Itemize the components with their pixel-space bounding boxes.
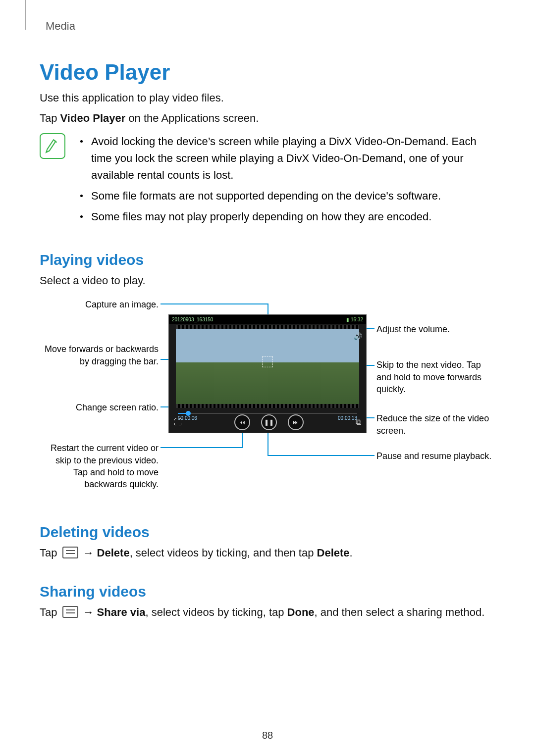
share-mid: , select videos by ticking, tap bbox=[145, 606, 287, 618]
document-page: Media Video Player Use this application … bbox=[0, 0, 535, 756]
del-pre: Tap bbox=[40, 547, 60, 559]
share-bold1: Share via bbox=[97, 606, 146, 618]
player-topbar: 20120903_163150 ▮ 16:32 bbox=[169, 315, 366, 324]
del-end: . bbox=[350, 547, 353, 559]
transport-controls: ⏮ ❚❚ ⏭ bbox=[234, 414, 304, 430]
deleting-text: Tap →Delete, select videos by ticking, a… bbox=[40, 545, 495, 561]
intro-text-2: Tap Video Player on the Applications scr… bbox=[40, 110, 495, 126]
note-item: Some file formats are not supported depe… bbox=[77, 188, 495, 204]
note-item: Avoid locking the device’s screen while … bbox=[77, 133, 495, 184]
section-heading-playing: Playing videos bbox=[40, 252, 495, 268]
callout-restart: Restart the current video or skip to the… bbox=[40, 442, 159, 490]
intro-text-1: Use this application to play video files… bbox=[40, 90, 495, 106]
capture-icon[interactable] bbox=[262, 356, 273, 367]
callout-next: Skip to the next video. Tap and hold to … bbox=[376, 359, 495, 395]
filmstrip-decoration bbox=[176, 325, 359, 329]
sharing-text: Tap →Share via, select videos by ticking… bbox=[40, 604, 495, 620]
callout-pause: Pause and resume playback. bbox=[376, 450, 495, 462]
note-list: Avoid locking the device’s screen while … bbox=[77, 133, 495, 229]
share-pre: Tap bbox=[40, 606, 60, 618]
share-bold2: Done bbox=[287, 606, 315, 618]
note-icon bbox=[40, 133, 65, 159]
player-controls: ⛶ ⏮ ❚❚ ⏭ ⧉ bbox=[169, 414, 366, 431]
callout-capture: Capture an image. bbox=[40, 299, 159, 310]
menu-icon bbox=[62, 547, 78, 558]
popup-player-icon[interactable]: ⧉ bbox=[356, 418, 361, 427]
menu-icon bbox=[62, 606, 78, 618]
intro-tap-pre: Tap bbox=[40, 112, 60, 124]
filmstrip-decoration bbox=[176, 404, 359, 408]
leader-line bbox=[160, 303, 268, 304]
section-heading-deleting: Deleting videos bbox=[40, 524, 495, 541]
arrow-icon: → bbox=[83, 604, 94, 620]
intro-tap-bold: Video Player bbox=[60, 112, 126, 124]
corner-fold-decoration bbox=[25, 0, 26, 30]
callout-volume: Adjust the volume. bbox=[376, 323, 495, 335]
playing-subtext: Select a video to play. bbox=[40, 272, 495, 289]
breadcrumb: Media bbox=[46, 20, 495, 33]
note-block: Avoid locking the device’s screen while … bbox=[40, 133, 495, 229]
screen-ratio-icon[interactable]: ⛶ bbox=[174, 418, 182, 427]
del-bold2: Delete bbox=[317, 547, 350, 559]
volume-icon[interactable]: 🔊 bbox=[354, 332, 362, 340]
player-filename: 20120903_163150 bbox=[172, 317, 213, 322]
player-diagram: Capture an image. Move forwards or backw… bbox=[40, 294, 495, 502]
player-clock-text: 16:32 bbox=[351, 317, 363, 322]
video-player-mockup: 20120903_163150 ▮ 16:32 🔊 00:00:06 00:00… bbox=[168, 314, 367, 433]
del-bold1: Delete bbox=[97, 547, 130, 559]
player-clock: ▮ 16:32 bbox=[346, 317, 363, 322]
pause-button[interactable]: ❚❚ bbox=[261, 414, 277, 430]
share-end: , and then select a sharing method. bbox=[315, 606, 485, 618]
callout-ratio: Change screen ratio. bbox=[40, 402, 159, 413]
leader-line bbox=[160, 447, 243, 448]
callout-drag: Move forwards or backwards by dragging t… bbox=[40, 343, 159, 367]
leader-line bbox=[268, 455, 374, 456]
intro-tap-post: on the Applications screen. bbox=[125, 112, 259, 124]
section-heading-sharing: Sharing videos bbox=[40, 583, 495, 600]
callout-reduce: Reduce the size of the video screen. bbox=[376, 412, 495, 437]
del-mid: , select videos by ticking, and then tap bbox=[130, 547, 317, 559]
previous-button[interactable]: ⏮ bbox=[234, 414, 250, 430]
page-title: Video Player bbox=[40, 60, 495, 85]
next-button[interactable]: ⏭ bbox=[288, 414, 304, 430]
page-number: 88 bbox=[0, 730, 535, 741]
arrow-icon: → bbox=[83, 545, 94, 561]
note-item: Some files may not play properly dependi… bbox=[77, 208, 495, 225]
